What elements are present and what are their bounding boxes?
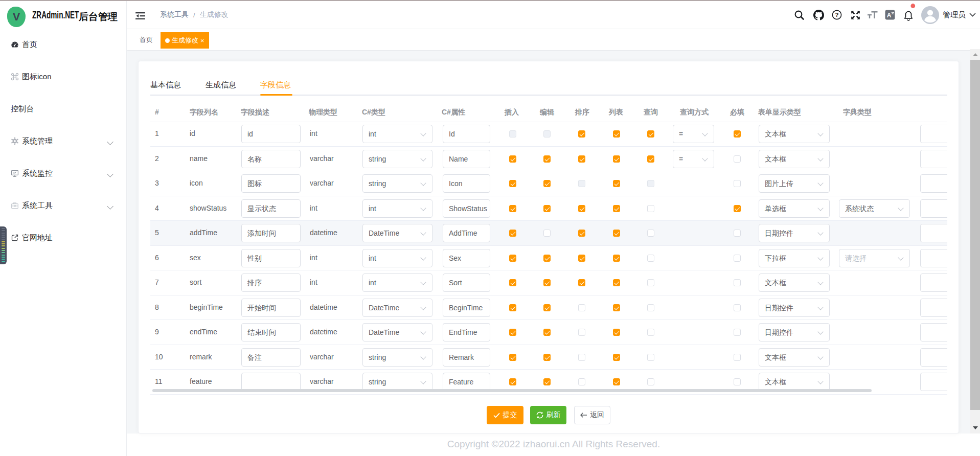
svg-text:?: ? <box>835 12 838 18</box>
svg-text:A: A <box>887 12 892 19</box>
